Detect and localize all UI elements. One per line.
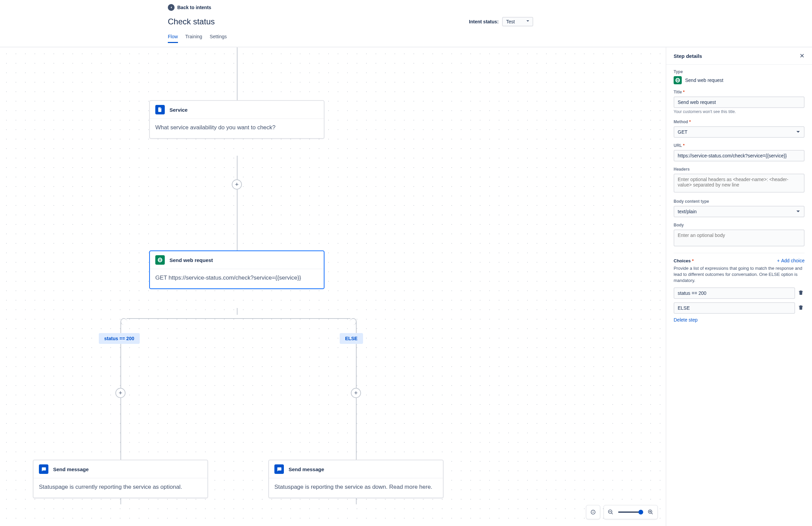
tab-settings[interactable]: Settings <box>210 34 227 43</box>
connector-line <box>237 47 237 100</box>
back-link-label: Back to intents <box>177 5 211 10</box>
node-body: What service availability do you want to… <box>150 119 324 138</box>
choice-row <box>673 287 804 299</box>
headers-label: Headers <box>673 167 804 172</box>
add-step-button[interactable]: + <box>232 180 242 189</box>
plus-icon: + <box>777 258 780 263</box>
type-label: Type <box>673 69 804 74</box>
zoom-out-icon[interactable] <box>607 509 614 515</box>
method-select[interactable]: GET <box>673 126 804 138</box>
web-request-icon <box>673 76 682 84</box>
add-step-button-right[interactable]: + <box>351 388 361 398</box>
node-body: Statuspage is reporting the service as d… <box>269 478 443 498</box>
title-input[interactable] <box>673 97 804 108</box>
title-label: Title <box>673 90 804 95</box>
web-request-icon <box>155 255 165 265</box>
trash-icon[interactable] <box>798 304 804 311</box>
recenter-box <box>586 505 600 519</box>
flow-canvas[interactable]: Service What service availability do you… <box>0 47 666 526</box>
node-title: Send message <box>53 466 89 472</box>
crosshair-icon[interactable] <box>590 509 596 515</box>
body-input[interactable] <box>673 229 804 246</box>
choices-label: Choices * <box>673 258 694 263</box>
node-send-web-request[interactable]: Send web request GET https://service-sta… <box>149 251 324 289</box>
headers-input[interactable] <box>673 174 804 193</box>
body-type-select[interactable]: text/plain <box>673 206 804 217</box>
connector-line <box>237 308 237 315</box>
node-service[interactable]: Service What service availability do you… <box>149 100 324 139</box>
close-icon[interactable]: ✕ <box>799 52 804 60</box>
connector-line <box>237 189 237 257</box>
intent-status-select[interactable]: Test <box>502 17 533 26</box>
divider <box>673 253 804 253</box>
tab-training[interactable]: Training <box>185 34 202 43</box>
svg-point-1 <box>593 512 594 513</box>
type-value: Send web request <box>685 77 723 83</box>
page-title: Check status <box>168 17 215 26</box>
node-title: Send message <box>289 466 324 472</box>
url-input[interactable] <box>673 150 804 161</box>
zoom-control <box>604 505 658 519</box>
add-choice-button[interactable]: + Add choice <box>777 258 804 263</box>
node-title: Send web request <box>170 257 213 263</box>
delete-step-button[interactable]: Delete step <box>673 317 804 323</box>
method-label: Method <box>673 119 804 124</box>
branch-label-else[interactable]: ELSE <box>340 333 363 344</box>
url-label: URL <box>673 143 804 148</box>
title-hint: Your customers won't see this title. <box>673 109 804 114</box>
panel-title: Step details <box>673 53 702 59</box>
node-send-message-up[interactable]: Send message Statuspage is currently rep… <box>33 460 208 498</box>
connector-corner <box>120 318 127 325</box>
intent-status-label: Intent status: <box>469 19 499 24</box>
body-type-label: Body content type <box>673 199 804 204</box>
body-label: Body <box>673 223 804 227</box>
choice-input-1[interactable] <box>673 287 795 299</box>
zoom-in-icon[interactable] <box>647 509 654 515</box>
svg-line-6 <box>651 513 653 514</box>
node-body: GET https://service-status.com/check?ser… <box>150 269 324 288</box>
connector-line <box>127 318 350 319</box>
node-title: Service <box>170 107 187 113</box>
back-to-intents-link[interactable]: Back to intents <box>168 4 533 11</box>
connector-corner <box>350 318 357 325</box>
choice-input-2[interactable] <box>673 302 795 314</box>
step-details-panel: Step details ✕ Type Send web request Tit… <box>666 47 812 526</box>
document-icon <box>155 105 165 114</box>
choice-row <box>673 302 804 314</box>
trash-icon[interactable] <box>798 290 804 297</box>
svg-line-3 <box>611 513 613 514</box>
tab-flow[interactable]: Flow <box>168 34 178 43</box>
zoom-slider[interactable] <box>618 511 643 513</box>
message-icon <box>39 465 48 474</box>
message-icon <box>274 465 284 474</box>
choices-description: Provide a list of expressions that going… <box>673 265 804 284</box>
branch-label-status-200[interactable]: status == 200 <box>99 333 140 344</box>
add-step-button-left[interactable]: + <box>115 388 126 398</box>
arrow-left-icon <box>168 4 175 11</box>
node-send-message-down[interactable]: Send message Statuspage is reporting the… <box>268 460 444 498</box>
node-body: Statuspage is currently reporting the se… <box>33 478 207 498</box>
